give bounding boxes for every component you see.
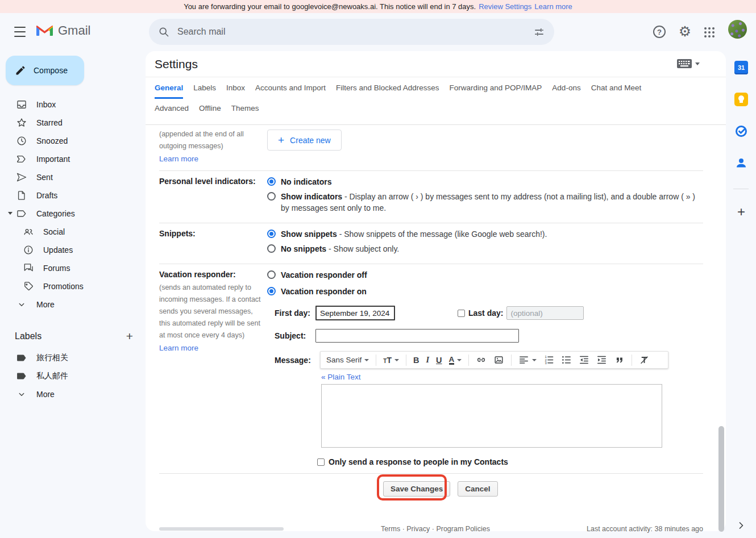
underline-button[interactable]: U (436, 356, 442, 365)
numbered-list-icon[interactable]: 1 2 3 (543, 355, 554, 365)
gmail-logo: Gmail (36, 23, 90, 38)
sidebar-item-inbox[interactable]: Inbox (0, 95, 141, 114)
collapse-triangle-icon[interactable] (8, 212, 13, 215)
sidebar-item-snoozed[interactable]: Snoozed (0, 132, 141, 150)
insert-image-icon[interactable] (493, 355, 504, 365)
label-tag-icon (16, 370, 27, 382)
last-day-label: Last day: (468, 308, 503, 318)
italic-button[interactable]: I (426, 355, 429, 365)
sidebar-item-drafts[interactable]: Drafts (0, 186, 141, 205)
pencil-icon (15, 65, 26, 76)
keep-icon[interactable] (734, 92, 749, 107)
plain-text-link[interactable]: « Plain Text (321, 373, 361, 381)
settings-panel: Settings (146, 51, 726, 531)
vacation-off-radio[interactable] (267, 270, 276, 279)
message-body-textarea[interactable] (321, 384, 662, 448)
hide-side-panel-icon[interactable] (735, 519, 747, 532)
no-snippets-radio[interactable] (267, 244, 276, 253)
compose-label: Compose (34, 66, 68, 75)
forwarding-notice-text: You are forwarding your email to googlev… (184, 2, 476, 11)
learn-more-link[interactable]: Learn more (534, 2, 572, 11)
vacation-on-radio[interactable] (267, 287, 276, 295)
quote-icon[interactable] (614, 355, 625, 365)
account-avatar[interactable] (728, 20, 747, 39)
google-apps-icon[interactable] (704, 27, 715, 37)
create-new-signature-button[interactable]: + Create new (267, 130, 342, 151)
no-indicators-radio[interactable] (267, 177, 276, 186)
tab-labels[interactable]: Labels (193, 84, 216, 99)
review-settings-link[interactable]: Review Settings (479, 2, 531, 11)
chevron-down-icon (16, 389, 27, 400)
tab-offline[interactable]: Offline (199, 104, 221, 118)
star-icon (16, 117, 27, 128)
indent-decrease-icon[interactable] (579, 355, 589, 365)
align-menu[interactable] (518, 355, 537, 365)
tab-inbox[interactable]: Inbox (226, 84, 245, 99)
show-snippets-radio[interactable] (267, 230, 276, 238)
label-item[interactable]: 旅行相关 (0, 349, 141, 367)
personal-indicators-label: Personal level indicators: (159, 177, 256, 186)
sidebar-item-sent[interactable]: Sent (0, 168, 141, 186)
bulleted-list-icon[interactable] (561, 355, 572, 365)
contacts-icon[interactable] (734, 156, 749, 170)
calendar-icon[interactable]: 31 (734, 60, 749, 75)
settings-gear-icon[interactable]: ⚙ (677, 23, 693, 40)
contacts-only-checkbox[interactable] (317, 458, 325, 466)
sidebar-item-starred[interactable]: Starred (0, 114, 141, 132)
tab-themes[interactable]: Themes (231, 104, 259, 118)
search-input[interactable] (177, 27, 533, 37)
storage-usage-bar (159, 527, 284, 531)
remove-formatting-icon[interactable] (639, 355, 650, 365)
signature-row: (appended at the end of all outgoing mes… (159, 125, 703, 171)
sidebar-item-categories[interactable]: Categories (0, 205, 141, 223)
save-changes-button[interactable]: Save Changes (383, 481, 450, 497)
bold-button[interactable]: B (413, 356, 419, 365)
sidebar-item-social[interactable]: Social (0, 223, 141, 241)
tasks-icon[interactable] (734, 124, 749, 139)
create-label-icon[interactable]: + (126, 331, 133, 342)
help-icon[interactable]: ? (653, 26, 666, 38)
indent-increase-icon[interactable] (596, 355, 607, 365)
font-size-menu[interactable]: TT (383, 356, 399, 365)
tab-accounts-and-import[interactable]: Accounts and Import (255, 84, 326, 99)
compose-button[interactable]: Compose (6, 56, 84, 85)
insert-link-icon[interactable] (476, 355, 487, 365)
sidebar-item-promotions[interactable]: Promotions (0, 277, 141, 295)
subject-input[interactable] (315, 329, 519, 343)
search-bar[interactable] (149, 19, 554, 45)
search-icon[interactable] (158, 26, 169, 37)
label-item[interactable]: 私人邮件 (0, 367, 141, 385)
last-day-input[interactable] (506, 306, 584, 320)
search-options-icon[interactable] (533, 26, 545, 38)
vacation-responder-label: Vacation responder: (159, 270, 236, 279)
text-color-menu[interactable]: A (449, 356, 462, 365)
privacy-link[interactable]: Privacy (406, 525, 430, 533)
labels-header: Labels + (15, 331, 133, 342)
first-day-input[interactable] (315, 306, 395, 320)
labels-more[interactable]: More (0, 385, 141, 403)
tab-chat-and-meet[interactable]: Chat and Meet (591, 84, 642, 99)
show-indicators-radio[interactable] (267, 192, 276, 201)
tab-general[interactable]: General (155, 84, 183, 99)
tab-forwarding[interactable]: Forwarding and POP/IMAP (450, 84, 542, 99)
input-tools-toggle[interactable] (677, 59, 700, 68)
font-family-menu[interactable]: Sans Serif (326, 356, 369, 364)
main-menu-icon[interactable] (13, 26, 27, 37)
sidebar-item-forums[interactable]: Forums (0, 259, 141, 277)
program-policies-link[interactable]: Program Policies (436, 525, 489, 533)
vacation-learn-more-link[interactable]: Learn more (159, 344, 198, 352)
terms-link[interactable]: Terms (381, 525, 400, 533)
tab-filters[interactable]: Filters and Blocked Addresses (336, 84, 439, 99)
sidebar-item-updates[interactable]: Updates (0, 241, 141, 259)
signature-learn-more-link[interactable]: Learn more (159, 155, 198, 163)
sidebar: Compose Inbox Starred (0, 51, 146, 538)
sidebar-item-more[interactable]: More (0, 295, 141, 314)
tab-add-ons[interactable]: Add-ons (552, 84, 580, 99)
vertical-scrollbar[interactable] (718, 426, 724, 532)
settings-tabs: General Labels Inbox Accounts and Import… (146, 77, 726, 125)
sidebar-item-important[interactable]: Important (0, 150, 141, 168)
cancel-button[interactable]: Cancel (458, 481, 497, 497)
get-add-ons-icon[interactable]: + (734, 205, 749, 219)
last-day-checkbox[interactable] (458, 310, 465, 317)
tab-advanced[interactable]: Advanced (155, 104, 189, 118)
